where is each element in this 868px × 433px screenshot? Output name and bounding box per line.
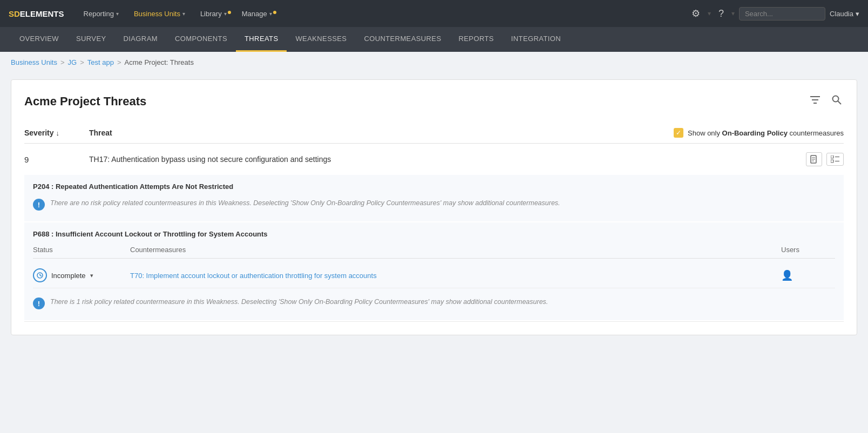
list-icon	[831, 155, 839, 163]
top-nav-right: ⚙ ▾ ? ▾ Claudia ▾	[688, 5, 859, 22]
breadcrumb-separator: >	[60, 58, 65, 66]
help-button[interactable]: ?	[715, 6, 727, 22]
header-icons	[808, 93, 844, 110]
user-menu-button[interactable]: Claudia ▾	[830, 10, 859, 18]
nav-item-manage[interactable]: Manage ▾	[235, 6, 279, 21]
info-message-p204: ! There are no risk policy related count…	[33, 195, 835, 214]
weakness-section-p688: P688 : Insufficient Account Lockout or T…	[24, 222, 844, 320]
breadcrumb-separator: >	[80, 58, 84, 66]
nav-item-library[interactable]: Library ▾	[194, 6, 233, 21]
top-navigation: SDELEMENTS Reporting ▾ Business Units ▾ …	[0, 0, 868, 27]
threat-title: TH17: Authentication bypass using not se…	[89, 155, 806, 164]
tab-components[interactable]: COMPONENTS	[166, 27, 236, 52]
main-content: Acme Project Threats	[0, 73, 868, 346]
threat-severity: 9	[24, 155, 89, 164]
info-icon: !	[33, 199, 45, 211]
weakness-title-p688: P688 : Insufficient Account Lockout or T…	[33, 230, 835, 238]
notification-dot	[273, 11, 276, 14]
search-input[interactable]	[739, 7, 825, 21]
info-message-p688: ! There is 1 risk policy related counter…	[33, 294, 835, 313]
app-logo: SDELEMENTS	[9, 9, 64, 18]
filter-button[interactable]	[808, 93, 822, 109]
help-chevron: ▾	[731, 10, 735, 17]
document-icon	[810, 155, 818, 164]
status-column-header: Status	[33, 246, 130, 254]
countermeasure-status: Incomplete ▾	[33, 268, 130, 282]
chevron-down-icon: ▾	[116, 11, 119, 17]
search-icon	[832, 95, 842, 105]
countermeasure-users: 👤	[781, 269, 835, 281]
nav-item-reporting[interactable]: Reporting ▾	[77, 6, 125, 21]
weakness-title-p204: P204 : Repeated Authentication Attempts …	[33, 182, 835, 191]
policy-filter: ✓ Show only On-Boarding Policy counterme…	[674, 128, 844, 138]
tab-overview[interactable]: OVERVIEW	[11, 27, 67, 52]
settings-chevron: ▾	[708, 10, 711, 17]
tab-diagram[interactable]: DIAGRAM	[115, 27, 166, 52]
status-label: Incomplete	[51, 272, 86, 280]
breadcrumb-business-units[interactable]: Business Units	[11, 58, 57, 66]
incomplete-status-icon	[33, 268, 47, 282]
filter-icon	[810, 96, 820, 104]
settings-button[interactable]: ⚙	[688, 5, 703, 22]
logo-sd: SD	[9, 9, 20, 18]
severity-column-header[interactable]: Severity ↓	[24, 128, 89, 137]
nav-item-business-units[interactable]: Business Units ▾	[127, 6, 192, 21]
svg-rect-10	[831, 160, 833, 163]
users-column-header: Users	[781, 246, 835, 254]
threat-main-row: 9 TH17: Authentication bypass using not …	[24, 144, 844, 175]
info-icon: !	[33, 297, 45, 309]
policy-filter-text: Show only On-Boarding Policy countermeas…	[688, 129, 844, 137]
countermeasure-link[interactable]: T70: Implement account lockout or authen…	[130, 272, 781, 280]
logo-elements: ELEMENTS	[20, 9, 64, 18]
sort-desc-icon: ↓	[56, 129, 59, 137]
table-header: Severity ↓ Threat ✓ Show only On-Boardin…	[24, 123, 844, 144]
svg-line-15	[40, 275, 42, 276]
tab-countermeasures[interactable]: COUNTERMEASURES	[355, 27, 450, 52]
clock-icon	[37, 272, 43, 279]
threat-list-button[interactable]	[826, 153, 844, 166]
info-text-p204: There are no risk policy related counter…	[50, 198, 560, 208]
chevron-down-icon: ▾	[224, 11, 227, 17]
search-button[interactable]	[830, 93, 844, 110]
threat-column-header: Threat	[89, 128, 674, 137]
tab-reports[interactable]: REPORTS	[450, 27, 502, 52]
tab-threats[interactable]: THREATS	[236, 27, 287, 52]
status-dropdown-chevron[interactable]: ▾	[90, 272, 93, 279]
countermeasure-row: Incomplete ▾ T70: Implement account lock…	[33, 263, 835, 288]
svg-rect-9	[831, 155, 833, 158]
countermeasures-column-header: Countermeasures	[130, 246, 781, 254]
breadcrumb-jg[interactable]: JG	[68, 58, 77, 66]
weakness-section-p204: P204 : Repeated Authentication Attempts …	[24, 175, 844, 221]
tab-integration[interactable]: INTEGRATION	[503, 27, 569, 52]
info-text-p688: There is 1 risk policy related counterme…	[50, 297, 548, 307]
chevron-down-icon: ▾	[856, 10, 859, 18]
svg-line-4	[838, 101, 841, 104]
threat-actions	[806, 152, 844, 166]
breadcrumb-separator: >	[117, 58, 121, 66]
svg-point-3	[833, 96, 839, 102]
countermeasures-table-header: Status Countermeasures Users	[33, 242, 835, 259]
threat-row: 9 TH17: Authentication bypass using not …	[24, 144, 844, 322]
user-avatar-icon: 👤	[781, 269, 793, 281]
notification-dot	[228, 11, 231, 14]
tab-survey[interactable]: SURVEY	[67, 27, 115, 52]
page-title: Acme Project Threats	[24, 94, 146, 109]
threat-details-button[interactable]	[806, 152, 822, 166]
breadcrumb-test-app[interactable]: Test app	[87, 58, 114, 66]
tab-weaknesses[interactable]: WEAKNESSES	[287, 27, 355, 52]
breadcrumb: Business Units > JG > Test app > Acme Pr…	[0, 52, 868, 73]
chevron-down-icon: ▾	[269, 11, 272, 17]
content-card: Acme Project Threats	[11, 79, 857, 335]
page-header: Acme Project Threats	[24, 93, 844, 110]
breadcrumb-current: Acme Project: Threats	[125, 58, 194, 66]
secondary-navigation: OVERVIEW SURVEY DIAGRAM COMPONENTS THREA…	[0, 27, 868, 52]
chevron-down-icon: ▾	[182, 11, 185, 17]
policy-checkbox[interactable]: ✓	[674, 128, 683, 138]
top-nav-items: Reporting ▾ Business Units ▾ Library ▾ M…	[77, 6, 688, 21]
